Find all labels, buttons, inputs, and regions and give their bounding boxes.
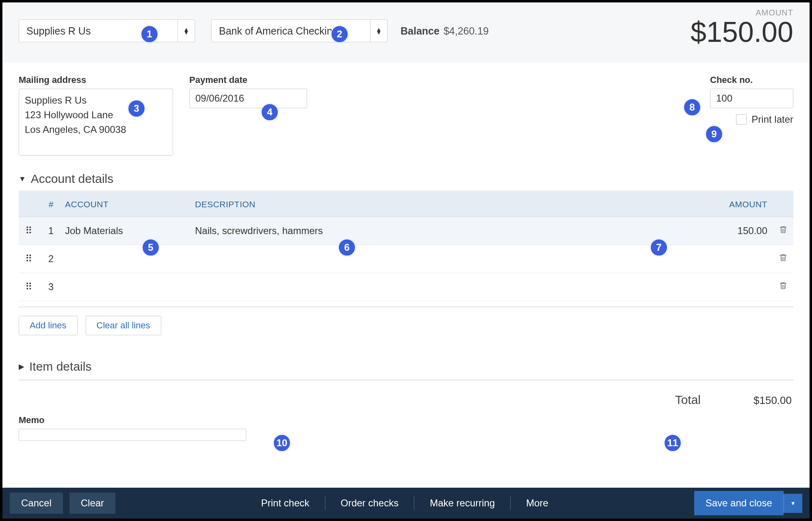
row-amount[interactable] — [700, 273, 773, 301]
account-details-title: Account details — [31, 172, 113, 186]
trash-icon — [779, 253, 788, 265]
bank-account-dropdown[interactable]: Bank of America Checking ▲▼ — [211, 20, 388, 42]
col-description: DESCRIPTION — [189, 192, 700, 217]
updown-icon: ▲▼ — [184, 28, 189, 34]
divider — [19, 379, 793, 381]
bank-account-value: Bank of America Checking — [212, 25, 370, 37]
caret-down-icon: ▼ — [19, 175, 26, 183]
amount-display: AMOUNT $150.00 — [691, 8, 793, 48]
delete-row-button[interactable] — [773, 245, 793, 273]
clear-all-lines-button[interactable]: Clear all lines — [86, 316, 161, 335]
divider — [19, 306, 793, 308]
header-bar: Supplies R Us ▲▼ Bank of America Checkin… — [2, 2, 810, 63]
add-lines-button[interactable]: Add lines — [19, 316, 78, 335]
row-num: 2 — [39, 245, 59, 273]
account-details-header[interactable]: ▼ Account details — [19, 172, 793, 186]
balance-label: Balance — [401, 25, 440, 37]
drag-handle-icon[interactable]: ⠿ — [19, 245, 39, 273]
row-num: 1 — [39, 217, 59, 245]
memo-input[interactable] — [19, 429, 246, 441]
col-delete — [773, 192, 793, 217]
check-no-block: Check no. Print later — [710, 75, 793, 156]
col-drag — [19, 192, 39, 217]
save-and-close-button[interactable]: Save and close — [694, 491, 784, 515]
row-account[interactable] — [59, 273, 189, 301]
col-account: ACCOUNT — [59, 192, 189, 217]
item-details-title: Item details — [29, 360, 91, 373]
table-row[interactable]: ⠿ 1 Job Materials Nails, screwdrivers, h… — [19, 217, 793, 245]
payment-date-block: Payment date — [189, 75, 307, 156]
table-row[interactable]: ⠿ 2 — [19, 245, 793, 273]
col-amount: AMOUNT — [700, 192, 773, 217]
account-details-table: # ACCOUNT DESCRIPTION AMOUNT ⠿ 1 Job Mat… — [19, 192, 793, 301]
row-account[interactable] — [59, 245, 189, 273]
payment-date-label: Payment date — [189, 75, 307, 85]
print-later-checkbox[interactable] — [736, 114, 747, 125]
payee-dropdown-toggle[interactable]: ▲▼ — [178, 20, 195, 42]
memo-label: Memo — [19, 415, 793, 425]
divider — [325, 496, 325, 510]
row-amount[interactable]: 150.00 — [700, 217, 773, 245]
row-account[interactable]: Job Materials — [59, 217, 189, 245]
mailing-address-label: Mailing address — [19, 75, 173, 85]
row-description[interactable]: Nails, screwdrivers, hammers — [189, 217, 700, 245]
bank-account-dropdown-toggle[interactable]: ▲▼ — [370, 20, 387, 42]
drag-handle-icon[interactable]: ⠿ — [19, 273, 39, 301]
table-row[interactable]: ⠿ 3 — [19, 273, 793, 301]
divider — [510, 496, 511, 510]
total-label: Total — [675, 393, 701, 407]
check-no-label: Check no. — [710, 75, 793, 85]
caret-right-icon: ▶ — [19, 362, 24, 371]
row-description[interactable] — [189, 273, 700, 301]
footer-bar: Cancel Clear Print check Order checks Ma… — [2, 488, 810, 519]
check-no-input[interactable] — [710, 89, 793, 108]
amount-value: $150.00 — [691, 16, 793, 48]
print-check-link[interactable]: Print check — [250, 497, 321, 509]
item-details-header[interactable]: ▶ Item details — [19, 360, 793, 373]
divider — [414, 496, 414, 510]
payee-dropdown[interactable]: Supplies R Us ▲▼ — [19, 20, 195, 42]
total-value: $150.00 — [754, 394, 792, 407]
clear-button[interactable]: Clear — [69, 493, 115, 514]
updown-icon: ▲▼ — [376, 28, 382, 34]
row-num: 3 — [39, 273, 59, 301]
delete-row-button[interactable] — [773, 217, 793, 245]
cancel-button[interactable]: Cancel — [10, 493, 63, 514]
more-link[interactable]: More — [515, 497, 560, 509]
row-amount[interactable] — [700, 245, 773, 273]
trash-icon — [779, 225, 788, 237]
make-recurring-link[interactable]: Make recurring — [418, 497, 506, 509]
mailing-address-block: Mailing address Supplies R Us 123 Hollyw… — [19, 75, 173, 156]
trash-icon — [779, 281, 788, 293]
mailing-address-input[interactable]: Supplies R Us 123 Hollywood Lane Los Ang… — [19, 89, 173, 156]
balance-value: $4,260.19 — [444, 25, 489, 37]
drag-handle-icon[interactable]: ⠿ — [19, 217, 39, 245]
delete-row-button[interactable] — [773, 273, 793, 301]
payment-date-input[interactable] — [189, 89, 307, 108]
save-dropdown-toggle[interactable]: ▼ — [784, 494, 802, 513]
col-num: # — [39, 192, 59, 217]
print-later-label: Print later — [751, 114, 793, 125]
payee-value: Supplies R Us — [19, 25, 178, 37]
row-description[interactable] — [189, 245, 700, 273]
order-checks-link[interactable]: Order checks — [329, 497, 410, 509]
